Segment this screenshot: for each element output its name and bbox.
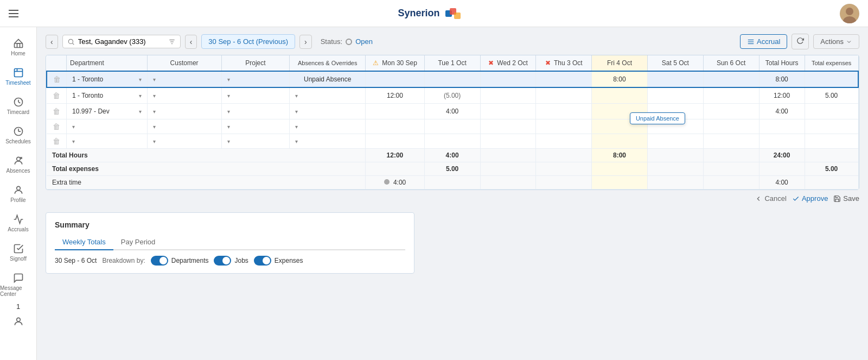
sun-cell-2[interactable] (703, 87, 759, 104)
proj-cell-2[interactable]: ▾ (221, 87, 290, 104)
wed-cell-3[interactable] (480, 104, 536, 119)
dept-cell-5[interactable]: ▾ (67, 134, 148, 149)
sun-cell-4[interactable] (703, 119, 759, 134)
actions-button[interactable]: Actions (813, 34, 859, 49)
abs-cell-3[interactable]: ▾ (290, 104, 366, 119)
tue-cell-2[interactable]: (5.00) (424, 87, 480, 104)
thu-cell-3[interactable] (536, 104, 592, 119)
fri-cell-5[interactable] (592, 134, 648, 149)
sidebar-item-signoff[interactable]: Signoff (0, 238, 36, 267)
tue-cell-3[interactable]: 4:00 (424, 104, 480, 119)
sat-cell-1[interactable] (647, 71, 703, 87)
col-header-department: Department (67, 55, 148, 71)
abs-cell-2[interactable]: ▾ (290, 87, 366, 104)
fri-cell-1[interactable]: 8:00 (592, 71, 648, 87)
delete-cell-1[interactable]: 🗑 (47, 71, 67, 87)
save-button[interactable]: Save (833, 194, 859, 203)
dept-cell-2[interactable]: 1 - Toronto ▾ (67, 87, 148, 104)
tab-weekly-totals[interactable]: Weekly Totals (55, 235, 113, 250)
sidebar-item-schedules[interactable]: Schedules (0, 121, 36, 150)
sidebar-signoff-label: Signoff (10, 256, 27, 262)
delete-icon-5[interactable]: 🗑 (53, 137, 60, 146)
sat-cell-5[interactable] (647, 134, 703, 149)
cust-cell-1[interactable]: ▾ (147, 71, 221, 87)
nav-left-button[interactable]: ‹ (185, 35, 197, 49)
expenses-toggle[interactable] (254, 256, 271, 266)
sidebar-item-home[interactable]: Home (0, 33, 36, 62)
date-range-button[interactable]: 30 Sep - 6 Oct (Previous) (201, 34, 295, 49)
sun-cell-1[interactable] (703, 71, 759, 87)
sidebar-item-absences[interactable]: Absences (0, 150, 36, 179)
sat-cell-2[interactable] (647, 87, 703, 104)
prev-page-button[interactable]: ‹ (46, 35, 58, 49)
abs-cell-4[interactable]: ▾ (290, 119, 366, 134)
proj-cell-3[interactable]: ▾ (221, 104, 290, 119)
user-avatar[interactable] (840, 4, 859, 23)
cancel-button[interactable]: Cancel (755, 194, 786, 203)
employee-search-input[interactable] (78, 37, 165, 46)
abs-cell-1[interactable]: Unpaid Absence (290, 71, 366, 87)
thu-cell-4[interactable] (536, 119, 592, 134)
approve-button[interactable]: Approve (792, 194, 828, 203)
dept-cell-3[interactable]: 10.997 - Dev ▾ (67, 104, 148, 119)
tab-pay-period[interactable]: Pay Period (113, 235, 163, 250)
sidebar-item-person[interactable] (0, 311, 36, 332)
proj-cell-1[interactable]: ▾ (221, 71, 290, 87)
sidebar-item-timecard[interactable]: Timecard (0, 91, 36, 121)
sidebar-item-messages[interactable]: Message Center (0, 267, 36, 302)
thu-cell-1[interactable] (536, 71, 592, 87)
refresh-button[interactable] (792, 34, 809, 49)
mon-cell-4[interactable] (366, 119, 425, 134)
cust-cell-2[interactable]: ▾ (147, 87, 221, 104)
abs-cell-5[interactable]: ▾ (290, 134, 366, 149)
delete-icon-4[interactable]: 🗑 (53, 122, 60, 131)
mon-cell-1[interactable] (366, 71, 425, 87)
proj-cell-5[interactable]: ▾ (221, 134, 290, 149)
cust-cell-5[interactable]: ▾ (147, 134, 221, 149)
sidebar-item-accruals[interactable]: Accruals (0, 209, 36, 238)
tue-cell-5[interactable] (424, 134, 480, 149)
wed-cell-1[interactable] (480, 71, 536, 87)
wed-cell-2[interactable] (480, 87, 536, 104)
sun-cell-3[interactable] (703, 104, 759, 119)
abs-chevron-2: ▾ (295, 93, 298, 99)
tue-cell-4[interactable] (424, 119, 480, 134)
fri-cell-2[interactable] (592, 87, 648, 104)
mon-cell-3[interactable] (366, 104, 425, 119)
thu-cell-5[interactable] (536, 134, 592, 149)
tue-cell-1[interactable] (424, 71, 480, 87)
mon-cell-5[interactable] (366, 134, 425, 149)
summary-tabs: Weekly Totals Pay Period (55, 235, 405, 250)
cust-cell-3[interactable]: ▾ (147, 104, 221, 119)
sidebar-item-timesheet[interactable]: Timesheet (0, 62, 36, 91)
delete-cell-3[interactable]: 🗑 (47, 104, 67, 119)
departments-toggle[interactable] (151, 256, 168, 266)
total-total-hours: 24:00 (759, 149, 805, 162)
filter-icon[interactable] (168, 38, 176, 46)
accrual-button[interactable]: Accrual (740, 34, 787, 49)
nav-right-button[interactable]: › (299, 35, 312, 49)
wed-cell-4[interactable] (480, 119, 536, 134)
col-header-sun: Sun 6 Oct (703, 55, 759, 71)
wed-cell-5[interactable] (480, 134, 536, 149)
mon-cell-2[interactable]: 12:00 (366, 87, 425, 104)
delete-icon-3[interactable]: 🗑 (53, 107, 60, 116)
delete-cell-4[interactable]: 🗑 (47, 119, 67, 134)
delete-cell-5[interactable]: 🗑 (47, 134, 67, 149)
sidebar-item-profile[interactable]: Profile (0, 179, 36, 209)
sun-cell-5[interactable] (703, 134, 759, 149)
thu-cell-2[interactable] (536, 87, 592, 104)
delete-cell-2[interactable]: 🗑 (47, 87, 67, 104)
col-header-mon: ⚠ Mon 30 Sep (366, 55, 425, 71)
refresh-icon (796, 37, 804, 45)
dept-cell-4[interactable]: ▾ (67, 119, 148, 134)
hamburger-menu[interactable] (9, 10, 18, 17)
dept-cell-1[interactable]: 1 - Toronto ▾ (67, 71, 148, 87)
delete-icon-1[interactable]: 🗑 (53, 75, 61, 84)
date-range-label: 30 Sep - 6 Oct (Previous) (208, 37, 288, 46)
cust-cell-4[interactable]: ▾ (147, 119, 221, 134)
jobs-toggle[interactable] (214, 256, 231, 266)
error-icon-wed: ✖ (488, 59, 494, 67)
delete-icon-2[interactable]: 🗑 (53, 91, 60, 100)
proj-cell-4[interactable]: ▾ (221, 119, 290, 134)
